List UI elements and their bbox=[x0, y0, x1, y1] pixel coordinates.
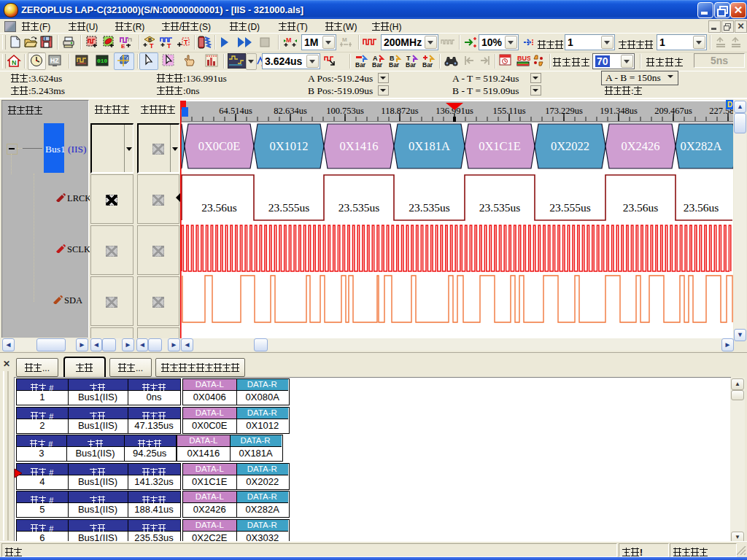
svg-text:0X2426: 0X2426 bbox=[621, 139, 659, 153]
svg-text:100.753us: 100.753us bbox=[326, 106, 364, 116]
svg-text:118.872us: 118.872us bbox=[381, 106, 418, 116]
svg-text:M: M bbox=[286, 36, 292, 44]
svg-text:23.555us: 23.555us bbox=[549, 201, 590, 214]
svg-text:N: N bbox=[12, 59, 17, 66]
svg-text:0X0C0E: 0X0C0E bbox=[198, 139, 241, 153]
svg-text:173.229us: 173.229us bbox=[545, 106, 583, 116]
svg-text:0X1416: 0X1416 bbox=[339, 139, 378, 153]
svg-text:23.535us: 23.535us bbox=[409, 201, 449, 214]
svg-text:T: T bbox=[150, 42, 154, 49]
svg-text:HZ: HZ bbox=[50, 57, 58, 64]
svg-text:Bar: Bar bbox=[406, 61, 417, 68]
svg-text:209.467us: 209.467us bbox=[654, 106, 692, 116]
svg-text:23.555us: 23.555us bbox=[268, 201, 309, 214]
svg-text:191.348us: 191.348us bbox=[600, 106, 638, 116]
svg-text:23.56us: 23.56us bbox=[684, 201, 719, 214]
svg-text:23.535us: 23.535us bbox=[479, 201, 520, 214]
svg-text:0X2022: 0X2022 bbox=[551, 139, 589, 153]
svg-text:M: M bbox=[342, 36, 347, 43]
svg-text:B: B bbox=[148, 37, 152, 42]
svg-text:155.11us: 155.11us bbox=[492, 106, 525, 116]
svg-text:64.514us: 64.514us bbox=[219, 106, 252, 116]
svg-text:T: T bbox=[184, 39, 188, 46]
svg-text:0X282A: 0X282A bbox=[681, 139, 722, 153]
svg-text:Bar: Bar bbox=[355, 61, 366, 68]
svg-text:010: 010 bbox=[97, 58, 108, 64]
svg-text:23.535us: 23.535us bbox=[338, 201, 379, 214]
svg-text:T: T bbox=[167, 42, 171, 49]
svg-text:BUS: BUS bbox=[517, 55, 530, 62]
svg-text:23.56us: 23.56us bbox=[623, 201, 659, 214]
svg-text:0X1012: 0X1012 bbox=[269, 139, 308, 153]
svg-text:E: E bbox=[121, 43, 125, 49]
svg-text:0X1C1E: 0X1C1E bbox=[479, 139, 521, 153]
svg-text:Bar: Bar bbox=[372, 61, 383, 68]
svg-text:Bar: Bar bbox=[422, 61, 433, 68]
svg-text:23.56us: 23.56us bbox=[201, 201, 237, 214]
svg-text:Bar: Bar bbox=[389, 61, 400, 68]
svg-text:82.634us: 82.634us bbox=[274, 106, 307, 116]
svg-text:0X181A: 0X181A bbox=[409, 139, 450, 153]
svg-text:D: D bbox=[727, 101, 732, 109]
